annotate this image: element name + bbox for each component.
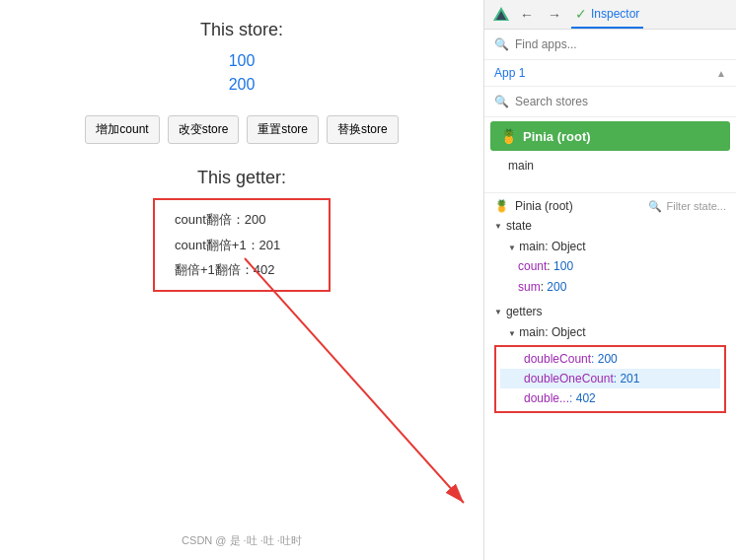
pinia-root-label: Pinia (root)	[523, 129, 591, 144]
vue-logo-icon	[492, 6, 510, 24]
state-section: ▼ state ▼ main: Object count: 100 sum: 2…	[484, 219, 736, 297]
getters-triangle-icon: ▼	[494, 308, 502, 316]
find-apps-row: 🔍	[484, 30, 736, 60]
increase-count-button[interactable]: 增加count	[85, 115, 159, 144]
getter-item-2: 翻倍+1翻倍：402	[175, 260, 309, 280]
inspector-label: Inspector	[591, 7, 639, 21]
double-one-count-key: doubleOneCount	[524, 372, 614, 385]
count-key: count	[518, 259, 547, 273]
reset-store-button[interactable]: 重置store	[247, 115, 319, 144]
pinia-root-label-2: 🍍 Pinia (root)	[494, 199, 573, 213]
getter-item-1: count翻倍+1：201	[175, 236, 309, 255]
store-value-1: 100	[229, 52, 256, 70]
app-label-row[interactable]: App 1 ▲	[484, 60, 736, 87]
getter-item-0: count翻倍：200	[175, 210, 309, 230]
sum-value: 200	[547, 280, 566, 294]
count-line: count: 100	[494, 256, 726, 276]
find-apps-input[interactable]	[515, 37, 726, 51]
watermark: CSDN @ 是 ·吐 ·吐 ·吐时	[182, 533, 302, 548]
pinia-icon: 🍍	[500, 128, 517, 144]
app-1-label: App 1	[494, 66, 525, 80]
state-main-object: ▼ main: Object	[494, 237, 726, 256]
left-panel: This store: 100 200 增加count 改变store 重置st…	[0, 0, 483, 560]
pinia-header-row: 🍍 Pinia (root) 🔍 Filter state...	[484, 192, 736, 219]
pinia-icon-2: 🍍	[494, 199, 509, 213]
search-stores-icon: 🔍	[494, 95, 509, 108]
double-count-line: doubleCount: 200	[500, 349, 720, 369]
check-icon: ✓	[575, 6, 587, 22]
double-x-key: double...	[524, 391, 569, 405]
getters-main-object: ▼ main: Object	[494, 322, 726, 342]
count-value: 100	[553, 259, 573, 273]
getter-box: count翻倍：200 count翻倍+1：201 翻倍+1翻倍：402	[153, 198, 331, 292]
svg-line-1	[245, 258, 464, 503]
store-value-2: 200	[229, 76, 256, 94]
action-buttons-row: 增加count 改变store 重置store 替换store	[85, 115, 398, 144]
right-panel: ← → ✓ Inspector 🔍 App 1 ▲ 🔍 🍍 Pinia (roo…	[483, 0, 736, 560]
double-count-val: 200	[598, 352, 618, 366]
main-store-item[interactable]: main	[484, 155, 736, 176]
filter-search-icon: 🔍	[648, 200, 662, 213]
store-title: This store:	[200, 20, 283, 40]
double-x-line: double...: 402	[500, 388, 720, 408]
find-apps-search-icon: 🔍	[494, 37, 509, 51]
pinia-root-item[interactable]: 🍍 Pinia (root)	[490, 121, 730, 151]
filter-placeholder: Filter state...	[666, 200, 726, 212]
getters-header: ▼ getters	[494, 305, 726, 318]
getter-highlight-box: doubleCount: 200 doubleOneCount: 201 dou…	[494, 345, 726, 413]
double-one-count-val: 201	[620, 372, 639, 385]
change-store-button[interactable]: 改变store	[168, 115, 240, 144]
double-x-val: 402	[576, 391, 596, 405]
replace-store-button[interactable]: 替换store	[327, 115, 399, 144]
spacer	[484, 176, 736, 192]
double-one-count-line: doubleOneCount: 201	[500, 369, 720, 388]
search-stores-row: 🔍	[484, 87, 736, 117]
getters-main-triangle-icon: ▼	[508, 329, 516, 338]
main-triangle-icon: ▼	[508, 244, 516, 252]
sum-key: sum	[518, 280, 541, 294]
search-stores-input[interactable]	[515, 95, 726, 108]
sum-line: sum: 200	[494, 277, 726, 297]
devtools-topbar: ← → ✓ Inspector	[484, 0, 736, 30]
filter-state-row: 🔍 Filter state...	[648, 200, 726, 213]
app-chevron-icon: ▲	[716, 68, 726, 79]
nav-forward-button[interactable]: →	[544, 5, 565, 25]
double-count-key: doubleCount	[524, 352, 591, 366]
getters-label: getters	[506, 305, 543, 318]
nav-back-button[interactable]: ←	[516, 5, 538, 25]
state-header: ▼ state	[494, 219, 726, 233]
getters-section: ▼ getters ▼ main: Object doubleCount: 20…	[484, 305, 736, 413]
getter-title: This getter:	[197, 168, 286, 188]
state-triangle-icon: ▼	[494, 222, 502, 231]
inspector-tab[interactable]: ✓ Inspector	[571, 0, 643, 29]
state-label: state	[506, 219, 532, 233]
